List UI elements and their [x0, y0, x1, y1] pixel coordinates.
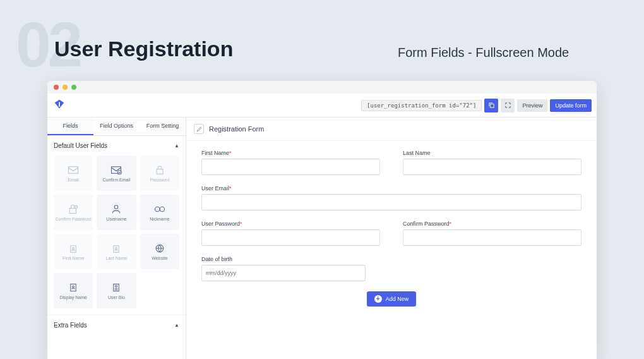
- hero-title: User Registration: [54, 37, 233, 61]
- input-first-name[interactable]: [201, 159, 380, 175]
- svg-rect-1: [69, 166, 78, 173]
- display-name-icon: [68, 283, 79, 293]
- svg-point-13: [116, 247, 117, 249]
- svg-point-8: [155, 207, 160, 212]
- label-dob: Date of birth: [201, 256, 581, 262]
- close-dot[interactable]: [54, 85, 59, 90]
- field-tile-email[interactable]: Email: [54, 155, 93, 191]
- field-tile-first-name[interactable]: First Name: [54, 234, 93, 269]
- input-confirm-password[interactable]: [403, 229, 581, 246]
- label-first-name: First Name*: [201, 150, 380, 156]
- section-label: Extra Fields: [54, 322, 87, 329]
- label-user-password: User Password*: [201, 221, 380, 227]
- caret-up-icon: ▲: [174, 322, 179, 328]
- tile-label: Email: [68, 178, 79, 182]
- field-tile-username[interactable]: Username: [97, 195, 136, 230]
- minimize-dot[interactable]: [63, 85, 68, 90]
- field-tile-last-name[interactable]: Last Name: [97, 234, 136, 269]
- tab-fields[interactable]: Fields: [47, 118, 93, 135]
- toolbar: [user_registration_form id="72"] Preview…: [47, 94, 597, 118]
- email-icon: [68, 165, 79, 175]
- field-tile-website[interactable]: Website: [140, 234, 179, 269]
- label-confirm-password: Confirm Password*: [403, 221, 581, 227]
- traffic-lights: [47, 81, 597, 94]
- tab-field-options[interactable]: Field Options: [93, 118, 140, 135]
- field-tile-user-bio[interactable]: User Bio: [97, 273, 136, 308]
- svg-point-16: [73, 286, 75, 288]
- input-user-email[interactable]: [201, 194, 581, 210]
- label-user-email: User Email*: [201, 185, 581, 192]
- plugin-logo: [52, 99, 66, 113]
- input-last-name[interactable]: [403, 159, 581, 175]
- tile-label: Last Name: [106, 256, 128, 260]
- tile-label: Username: [106, 217, 126, 221]
- caret-up-icon: ▲: [174, 143, 179, 149]
- sidebar: Fields Field Options Form Setting Defaul…: [47, 118, 186, 359]
- section-extra-fields[interactable]: Extra Fields ▲: [47, 315, 186, 335]
- svg-rect-5: [69, 208, 76, 213]
- maximize-dot[interactable]: [71, 85, 76, 90]
- hero-subtitle: Form Fields - Fullscreen Mode: [398, 46, 569, 60]
- tile-label: Confirm Password: [56, 217, 92, 221]
- tile-label: Website: [152, 256, 167, 260]
- section-label: Default User Fields: [54, 142, 107, 149]
- svg-point-7: [115, 205, 119, 209]
- tile-label: Nickname: [150, 217, 169, 221]
- input-dob[interactable]: [201, 265, 366, 281]
- form-title: Registration Form: [209, 125, 264, 133]
- svg-point-6: [75, 205, 77, 208]
- form-builder-canvas: Registration Form First Name* Last Name …: [186, 118, 597, 359]
- fullscreen-toggle-button[interactable]: [501, 99, 515, 113]
- svg-point-18: [116, 285, 117, 287]
- sidebar-tabs: Fields Field Options Form Setting: [47, 118, 186, 136]
- confirm-email-icon: [110, 165, 122, 175]
- field-grid: Email Confirm Email Password Confirm Pas…: [47, 155, 186, 315]
- shortcode-display: [user_registration_form id="72"]: [361, 100, 482, 111]
- field-tile-confirm-email[interactable]: Confirm Email: [97, 155, 136, 191]
- last-name-icon: [110, 243, 122, 253]
- username-icon: [110, 204, 122, 214]
- form-header: Registration Form: [186, 118, 597, 141]
- tile-label: Confirm Email: [103, 178, 131, 182]
- password-icon: [154, 165, 165, 175]
- confirm-password-icon: [68, 204, 79, 214]
- field-tile-nickname[interactable]: Nickname: [140, 195, 179, 230]
- nickname-icon: [154, 204, 165, 214]
- label-last-name: Last Name: [403, 150, 581, 156]
- first-name-icon: [68, 243, 79, 253]
- tile-label: Display Name: [59, 295, 87, 300]
- preview-button[interactable]: Preview: [517, 99, 547, 112]
- field-tile-confirm-password[interactable]: Confirm Password: [54, 195, 93, 230]
- add-new-label: Add New: [386, 296, 409, 302]
- tile-label: Password: [150, 178, 169, 182]
- tile-label: First Name: [63, 256, 84, 260]
- input-user-password[interactable]: [201, 229, 380, 246]
- add-new-row-button[interactable]: + Add New: [367, 291, 417, 307]
- edit-icon[interactable]: [194, 124, 204, 134]
- field-tile-password[interactable]: Password: [140, 155, 179, 191]
- app-window: [user_registration_form id="72"] Preview…: [47, 81, 597, 359]
- update-form-button[interactable]: Update form: [550, 99, 592, 112]
- user-bio-icon: [110, 283, 122, 293]
- plus-icon: +: [374, 295, 382, 303]
- section-default-user-fields[interactable]: Default User Fields ▲: [47, 136, 186, 155]
- tab-form-setting[interactable]: Form Setting: [140, 118, 186, 135]
- svg-rect-0: [491, 104, 494, 108]
- svg-rect-4: [157, 169, 163, 174]
- tile-label: User Bio: [108, 295, 125, 300]
- website-icon: [154, 243, 165, 253]
- svg-point-11: [73, 247, 75, 249]
- field-tile-display-name[interactable]: Display Name: [54, 273, 93, 308]
- svg-point-9: [160, 207, 165, 212]
- copy-shortcode-button[interactable]: [484, 99, 498, 113]
